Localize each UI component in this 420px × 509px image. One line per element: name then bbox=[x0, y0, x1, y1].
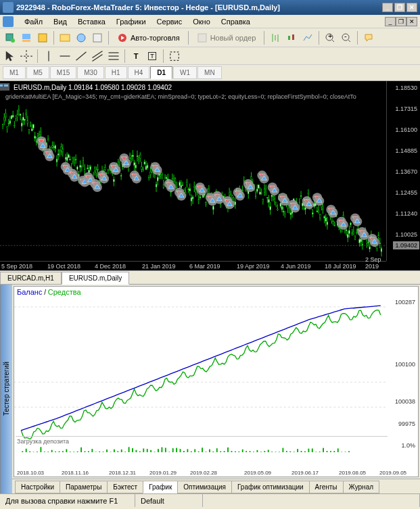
menu-file[interactable]: Файл bbox=[19, 16, 48, 27]
svg-rect-124 bbox=[65, 157, 66, 160]
svg-rect-739 bbox=[220, 452, 221, 452]
mdi-restore-button[interactable]: ❐ bbox=[396, 17, 406, 26]
menu-tools[interactable]: Сервис bbox=[151, 16, 188, 27]
svg-rect-691 bbox=[44, 452, 45, 452]
svg-rect-138 bbox=[75, 160, 76, 160]
equity-chart[interactable]: Баланс / Средства 100287 100100 100038 9… bbox=[14, 286, 419, 477]
tf-h1[interactable]: H1 bbox=[105, 66, 127, 79]
fibonacci-button[interactable] bbox=[106, 49, 121, 64]
line-chart-button[interactable] bbox=[300, 30, 315, 45]
svg-rect-224 bbox=[138, 157, 139, 160]
chart-tabs: EURCAD.m,H1 EURUSD.m,Daily bbox=[0, 270, 420, 284]
chat-button[interactable] bbox=[361, 30, 376, 45]
profiles-button[interactable] bbox=[19, 30, 34, 45]
tester-tab-chart[interactable]: График bbox=[143, 481, 178, 493]
tf-m1[interactable]: M1 bbox=[3, 66, 26, 79]
menu-help[interactable]: Справка bbox=[216, 16, 256, 27]
new-order-button[interactable]: Новый ордер bbox=[192, 30, 261, 45]
chart-tab-eurcad[interactable]: EURCAD.m,H1 bbox=[0, 272, 62, 285]
vertical-line-button[interactable] bbox=[41, 49, 56, 64]
maximize-button[interactable]: ❐ bbox=[394, 3, 405, 12]
toolbox-button[interactable] bbox=[90, 30, 105, 45]
zoom-in-button[interactable]: + bbox=[323, 30, 337, 45]
mdi-close-button[interactable]: ✕ bbox=[406, 17, 417, 26]
tester-tab-agents[interactable]: Агенты bbox=[309, 481, 344, 493]
svg-rect-400 bbox=[267, 197, 269, 198]
data-window-button[interactable] bbox=[74, 30, 89, 45]
svg-rect-214 bbox=[131, 157, 132, 159]
svg-rect-272 bbox=[173, 178, 174, 181]
cursor-button[interactable] bbox=[3, 49, 18, 64]
svg-rect-704 bbox=[91, 449, 93, 452]
svg-rect-86 bbox=[37, 133, 39, 135]
text-label-button[interactable]: T bbox=[145, 49, 160, 64]
tf-d1[interactable]: D1 bbox=[150, 66, 172, 79]
svg-rect-737 bbox=[212, 452, 214, 452]
candle-chart-button[interactable] bbox=[284, 30, 299, 45]
market-watch-button[interactable] bbox=[35, 30, 50, 45]
tester-tab-params[interactable]: Параметры bbox=[60, 481, 108, 493]
tester-tab-opt-chart[interactable]: График оптимизации bbox=[231, 481, 310, 493]
objects-button[interactable] bbox=[167, 49, 182, 64]
horizontal-line-button[interactable] bbox=[57, 49, 72, 64]
bar-chart-button[interactable] bbox=[268, 30, 283, 45]
menu-charts[interactable]: Графики bbox=[111, 16, 151, 27]
tf-m15[interactable]: M15 bbox=[50, 66, 76, 79]
tf-w1[interactable]: W1 bbox=[173, 66, 197, 79]
text-button[interactable]: T bbox=[129, 49, 143, 64]
tester-side-label[interactable]: Тестер стратегий bbox=[0, 285, 12, 493]
svg-rect-82 bbox=[34, 136, 36, 139]
trend-line-button[interactable] bbox=[74, 49, 89, 64]
svg-rect-522 bbox=[356, 232, 357, 233]
tester-tab-optimization[interactable]: Оптимизация bbox=[177, 481, 232, 493]
zoom-out-button[interactable]: - bbox=[339, 30, 354, 45]
tf-h4[interactable]: H4 bbox=[128, 66, 150, 79]
tf-m30[interactable]: M30 bbox=[77, 66, 103, 79]
crosshair-button[interactable] bbox=[19, 49, 34, 64]
svg-rect-731 bbox=[191, 452, 192, 452]
svg-rect-230 bbox=[143, 170, 144, 170]
svg-rect-741 bbox=[227, 447, 229, 452]
navigator-button[interactable] bbox=[57, 30, 72, 45]
svg-rect-462 bbox=[312, 213, 314, 214]
tester-tab-backtest[interactable]: Бэктест bbox=[107, 481, 143, 493]
titlebar: 2922948 - RoboForex-MetaTrader 5: Инвест… bbox=[0, 0, 420, 15]
deposit-load-subchart: Загрузка депозита bbox=[16, 436, 388, 463]
menu-window[interactable]: Окно bbox=[187, 16, 216, 27]
svg-rect-763 bbox=[308, 449, 309, 452]
svg-rect-412 bbox=[275, 202, 277, 205]
price-chart[interactable]: EURUSD.m,Daily 1.09184 1.09580 1.09028 1… bbox=[0, 81, 420, 270]
tester-tab-settings[interactable]: Настройки bbox=[15, 481, 60, 493]
svg-rect-764 bbox=[312, 448, 313, 452]
svg-rect-200 bbox=[120, 176, 122, 176]
menu-view[interactable]: Вид bbox=[48, 16, 72, 27]
tf-mn[interactable]: MN bbox=[197, 66, 222, 79]
svg-rect-320 bbox=[208, 189, 210, 191]
svg-rect-687 bbox=[29, 452, 30, 452]
auto-trading-button[interactable]: Авто-торговля bbox=[112, 30, 185, 45]
svg-rect-743 bbox=[235, 452, 236, 452]
new-chart-button[interactable] bbox=[3, 30, 18, 45]
mdi-minimize-button[interactable]: _ bbox=[385, 17, 396, 26]
svg-rect-488 bbox=[331, 218, 333, 221]
svg-rect-715 bbox=[132, 448, 133, 452]
equidistant-channel-button[interactable] bbox=[90, 49, 105, 64]
svg-rect-726 bbox=[172, 448, 174, 452]
menu-insert[interactable]: Вставка bbox=[72, 16, 111, 27]
minimize-button[interactable]: _ bbox=[382, 3, 393, 12]
current-price-box: 1.09402 bbox=[393, 241, 419, 249]
svg-rect-398 bbox=[265, 189, 266, 191]
chart-tab-eurusd[interactable]: EURUSD.m,Daily bbox=[62, 272, 129, 285]
svg-rect-729 bbox=[183, 451, 185, 452]
svg-rect-456 bbox=[308, 193, 309, 196]
svg-rect-144 bbox=[80, 166, 81, 168]
drawing-toolbar: T T bbox=[0, 47, 420, 65]
svg-rect-694 bbox=[55, 452, 56, 452]
tester-tab-journal[interactable]: Журнал bbox=[343, 481, 380, 493]
app-icon bbox=[3, 2, 14, 13]
close-button[interactable]: ✕ bbox=[406, 3, 417, 12]
svg-marker-22 bbox=[6, 51, 14, 61]
svg-rect-742 bbox=[231, 451, 233, 452]
svg-rect-35 bbox=[0, 84, 3, 87]
tf-m5[interactable]: M5 bbox=[26, 66, 49, 79]
